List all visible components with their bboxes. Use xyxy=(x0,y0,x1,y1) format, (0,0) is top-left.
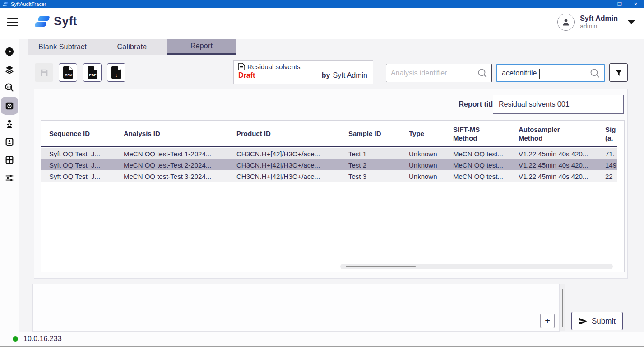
menu-hamburger-icon[interactable] xyxy=(7,18,18,26)
brand-logo: Syft xyxy=(34,14,77,28)
cell-signal: 149 xyxy=(605,161,617,168)
window-titlebar: SyftAuditTracer – ❐ ✕ xyxy=(0,0,644,8)
table-row[interactable]: Syft OQ Test_J... MeCN OQ test-Test 3-20… xyxy=(41,170,617,182)
user-menu[interactable]: Syft Admin admin xyxy=(557,14,635,31)
horizontal-scrollbar-thumb[interactable] xyxy=(346,266,416,267)
compound-search-box xyxy=(496,64,605,82)
syft-logo-icon xyxy=(34,15,50,28)
by-label: by xyxy=(322,71,330,79)
submit-label: Submit xyxy=(592,317,616,326)
download-report-button[interactable]: ↓ xyxy=(107,63,125,82)
cell-siftms-method: MeCN OQ test... xyxy=(453,150,516,157)
add-button[interactable]: + xyxy=(540,314,555,328)
tab-calibrate[interactable]: Calibrate xyxy=(97,39,167,55)
cell-sample-id: Test 3 xyxy=(348,173,407,179)
close-button[interactable]: ✕ xyxy=(634,0,638,8)
file-pdf-icon: PDF xyxy=(88,66,97,79)
app-icon xyxy=(3,2,8,6)
sidebar-item-presenter[interactable] xyxy=(1,115,18,133)
cell-product-id: CH3CN.H+[42]/H3O+/ace... xyxy=(236,173,346,179)
restore-button[interactable]: ❐ xyxy=(617,0,622,8)
compound-search-input[interactable] xyxy=(497,69,589,77)
cell-siftms-method: MeCN OQ test... xyxy=(453,161,516,168)
col-type: Type xyxy=(409,121,451,147)
user-role: admin xyxy=(580,23,618,30)
report-name: Residual solvents xyxy=(247,63,301,70)
export-pdf-button[interactable]: PDF xyxy=(83,63,102,82)
search-analytics-icon xyxy=(5,83,14,93)
sidebar-item-report[interactable] xyxy=(1,97,18,115)
sidebar-item-search-analytics[interactable] xyxy=(1,79,18,97)
table-row[interactable]: Syft OQ Test_J... MeCN OQ test-Test 1-20… xyxy=(41,148,617,159)
play-circle-icon xyxy=(5,47,14,56)
grid-icon xyxy=(5,155,14,165)
col-sample-id: Sample ID xyxy=(348,121,407,147)
cell-signal: 71. xyxy=(605,150,617,157)
report-icon xyxy=(5,101,14,111)
report-title-input[interactable] xyxy=(493,95,624,114)
col-autosampler-method: Autosampler Method xyxy=(519,121,605,147)
minimize-button[interactable]: – xyxy=(603,0,606,8)
col-sequence-id: Sequence ID xyxy=(49,121,121,147)
report-status-badge: Draft xyxy=(238,71,255,80)
save-button[interactable] xyxy=(35,63,53,82)
cell-type: Unknown xyxy=(409,161,451,168)
tab-bar: Blank Subtract Calibrate Report xyxy=(28,39,236,55)
table-header-row: Sequence ID Analysis ID Product ID Sampl… xyxy=(41,121,617,147)
sidebar-item-contacts[interactable] xyxy=(1,133,18,151)
sidebar-item-layers[interactable] xyxy=(1,61,18,79)
table-row-selected[interactable]: Syft OQ Test_J... MeCN OQ test-Test 2-20… xyxy=(41,159,617,170)
text-cursor xyxy=(539,69,540,79)
sidebar-item-grid[interactable] xyxy=(1,151,18,169)
cell-signal: 22 xyxy=(605,173,617,179)
vertical-scrollbar xyxy=(560,284,565,331)
filter-funnel-icon xyxy=(614,68,623,77)
sidebar-item-settings[interactable] xyxy=(1,169,18,187)
presenter-icon xyxy=(5,119,14,129)
cell-autosampler-method: V1.22 45min 40s 420... xyxy=(519,161,605,168)
search-icon xyxy=(477,68,488,79)
sliders-icon xyxy=(5,173,14,183)
analysis-identifier-input[interactable] xyxy=(386,69,477,77)
window-title: SyftAuditTracer xyxy=(11,1,46,7)
cell-autosampler-method: V1.22 45min 40s 420... xyxy=(519,150,605,157)
document-icon xyxy=(238,63,245,70)
report-info-box: Residual solvents Draft bySyft Admin xyxy=(233,60,373,84)
col-product-id: Product ID xyxy=(236,121,346,147)
cell-autosampler-method: V1.22 45min 40s 420... xyxy=(519,173,605,179)
brand-wordmark: Syft xyxy=(54,14,77,28)
tab-report[interactable]: Report xyxy=(167,39,236,55)
analysis-search-box xyxy=(386,64,492,82)
filter-button[interactable] xyxy=(609,63,628,82)
file-download-icon: ↓ xyxy=(111,66,121,79)
comments-panel xyxy=(32,284,560,332)
avatar xyxy=(557,14,575,31)
export-csv-button[interactable]: CSV xyxy=(59,63,77,82)
cell-siftms-method: MeCN OQ test... xyxy=(453,173,516,179)
tab-blank-subtract[interactable]: Blank Subtract xyxy=(28,39,97,55)
vertical-scrollbar-thumb[interactable] xyxy=(562,289,563,327)
status-bar: 10.0.16.233 xyxy=(0,332,644,346)
report-title-label: Report title xyxy=(459,100,497,108)
cell-sequence-id: Syft OQ Test_J... xyxy=(49,173,121,179)
ip-address: 10.0.16.233 xyxy=(23,335,62,343)
author-name: Syft Admin xyxy=(333,71,367,79)
contact-card-icon xyxy=(5,137,14,147)
cell-analysis-id: MeCN OQ test-Test 1-2024... xyxy=(124,150,234,157)
horizontal-scrollbar xyxy=(340,264,613,269)
search-icon xyxy=(589,68,600,79)
results-table: Sequence ID Analysis ID Product ID Sampl… xyxy=(41,120,625,272)
floppy-disk-icon xyxy=(39,68,49,78)
cell-type: Unknown xyxy=(409,173,451,179)
col-siftms-method: SIFT-MS Method xyxy=(453,121,516,147)
submit-button[interactable]: Submit xyxy=(571,312,623,330)
sidebar-item-run[interactable] xyxy=(1,42,18,61)
cell-analysis-id: MeCN OQ test-Test 3-2024... xyxy=(124,173,234,179)
chevron-down-icon xyxy=(628,20,635,24)
user-name: Syft Admin xyxy=(580,14,618,23)
col-signal: Sig (a. xyxy=(605,121,617,147)
cell-sequence-id: Syft OQ Test_J... xyxy=(49,161,121,168)
send-icon xyxy=(579,317,588,326)
cell-analysis-id: MeCN OQ test-Test 2-2024... xyxy=(124,161,234,168)
cell-sample-id: Test 2 xyxy=(348,161,407,168)
